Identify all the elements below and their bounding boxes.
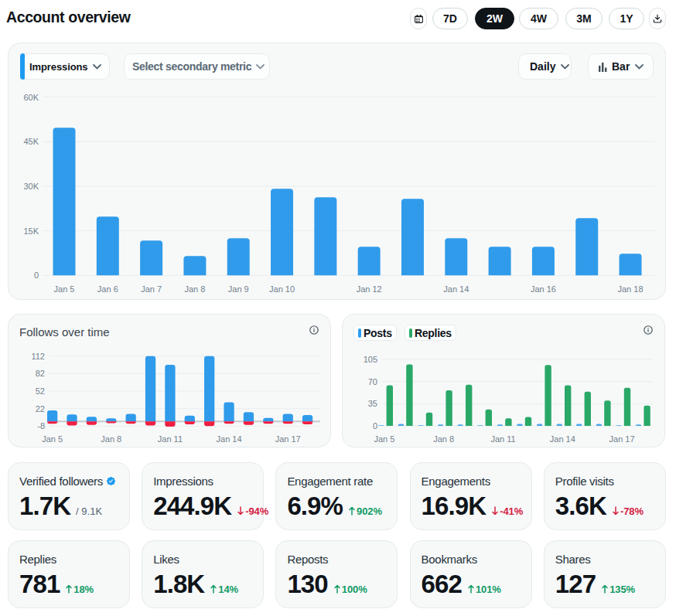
svg-text:Jan 14: Jan 14 (443, 284, 469, 294)
svg-text:Jan 18: Jan 18 (618, 284, 644, 294)
svg-text:70: 70 (368, 377, 377, 386)
svg-text:Jan 12: Jan 12 (357, 284, 382, 294)
svg-text:35: 35 (368, 399, 377, 408)
svg-text:22: 22 (36, 404, 45, 414)
svg-text:Jan 11: Jan 11 (490, 434, 515, 444)
svg-text:112: 112 (31, 352, 45, 361)
svg-text:Jan 6: Jan 6 (97, 284, 118, 294)
svg-text:Jan 8: Jan 8 (433, 434, 454, 444)
svg-text:Jan 11: Jan 11 (158, 434, 183, 444)
svg-text:0: 0 (373, 421, 377, 431)
svg-text:82: 82 (36, 369, 45, 378)
svg-text:-8: -8 (37, 421, 45, 431)
svg-text:15K: 15K (23, 226, 39, 236)
svg-text:Jan 5: Jan 5 (54, 284, 75, 294)
svg-text:Jan 14: Jan 14 (217, 434, 242, 444)
svg-text:Jan 9: Jan 9 (228, 284, 249, 294)
svg-text:45K: 45K (23, 137, 39, 146)
svg-text:Jan 8: Jan 8 (184, 284, 205, 294)
svg-text:0: 0 (34, 271, 39, 280)
svg-text:Jan 17: Jan 17 (609, 434, 635, 444)
svg-text:30K: 30K (23, 182, 39, 191)
svg-text:Jan 5: Jan 5 (42, 434, 63, 444)
svg-text:105: 105 (364, 355, 377, 364)
svg-text:60K: 60K (23, 93, 39, 102)
svg-text:52: 52 (36, 386, 45, 396)
svg-text:Jan 14: Jan 14 (550, 434, 575, 444)
svg-text:Jan 10: Jan 10 (269, 284, 295, 294)
svg-text:Jan 7: Jan 7 (141, 284, 162, 294)
svg-text:Jan 17: Jan 17 (275, 434, 301, 444)
svg-text:Jan 8: Jan 8 (101, 434, 121, 444)
svg-text:Jan 16: Jan 16 (531, 284, 556, 294)
svg-text:Jan 5: Jan 5 (374, 434, 394, 444)
